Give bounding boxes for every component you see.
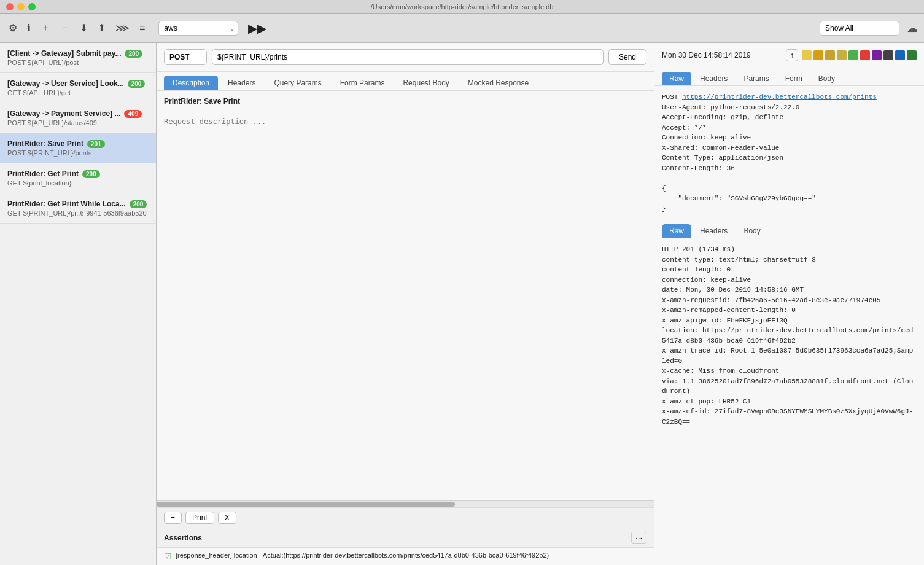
status-badge-2: 409 — [124, 110, 142, 118]
tab-query-params[interactable]: Query Params — [265, 76, 330, 90]
collapse-button[interactable]: ⋙ — [113, 20, 132, 36]
color-swatch-8[interactable] — [895, 50, 905, 60]
color-swatch-2[interactable] — [825, 50, 835, 60]
color-swatch-1[interactable] — [813, 50, 823, 60]
color-swatch-9[interactable] — [907, 50, 917, 60]
status-badge-0: 200 — [125, 50, 142, 58]
request-url-link[interactable]: https://printrider-dev.bettercallbots.co… — [682, 93, 877, 101]
response-body-tab-body[interactable]: Body — [736, 224, 767, 238]
minimize-button[interactable] — [17, 3, 25, 10]
window-title: /Users/nmn/workspace/http-rider/sample/h… — [371, 3, 554, 10]
menu-button[interactable]: ≡ — [137, 20, 147, 36]
sidebar-item-5[interactable]: PrintRider: Get Print While Loca... 200 … — [0, 193, 156, 224]
status-badge-1: 200 — [128, 80, 146, 88]
response-body-content: HTTP 201 (1734 ms) content-type: text/ht… — [662, 246, 913, 426]
response-header: Mon 30 Dec 14:58:14 2019 ↑ — [654, 43, 924, 68]
status-badge-3: 201 — [87, 140, 105, 148]
assertions-title: Assertions — [164, 534, 202, 542]
request-bar: POST GET PUT DELETE PATCH Send — [157, 43, 654, 72]
horizontal-scrollbar[interactable] — [157, 500, 654, 507]
sidebar-item-3[interactable]: PrintRider: Save Print 201 POST ${PRINT_… — [0, 133, 156, 163]
show-all-select[interactable]: Show All — [820, 21, 899, 36]
color-swatch-3[interactable] — [837, 50, 847, 60]
show-all-wrapper: Show All ☁ — [820, 21, 918, 36]
response-tab-body[interactable]: Body — [811, 72, 842, 85]
response-request-tabs-bar: Raw Headers Params Form Body — [654, 68, 924, 86]
color-swatch-0[interactable] — [802, 50, 812, 60]
request-tabs-bar: Description Headers Query Params Form Pa… — [157, 72, 654, 91]
response-body-tab-raw[interactable]: Raw — [662, 224, 691, 238]
assertion-check-icon: ☑ — [164, 551, 172, 561]
tab-description[interactable]: Description — [164, 76, 218, 90]
color-swatch-5[interactable] — [860, 50, 870, 60]
sidebar-item-sub-4: GET ${print_location} — [7, 179, 149, 187]
add-item-button[interactable]: + — [164, 512, 182, 524]
color-swatches — [802, 50, 917, 60]
assertions-section: Assertions ··· ☑ [response_header] locat… — [157, 528, 654, 565]
color-swatch-6[interactable] — [872, 50, 882, 60]
sidebar-item-4[interactable]: PrintRider: Get Print 200 GET ${print_lo… — [0, 163, 156, 193]
sidebar-item-title-5: PrintRider: Get Print While Loca... 200 — [7, 200, 149, 208]
description-title: PrintRider: Save Print — [157, 91, 654, 112]
color-swatch-4[interactable] — [848, 50, 858, 60]
export-button[interactable]: ↑ — [786, 49, 798, 61]
main-layout: [Client -> Gateway] Submit pay... 200 PO… — [0, 43, 924, 565]
response-body-tabs-bar: Raw Headers Body — [654, 220, 924, 238]
download-button[interactable]: ⬇ — [77, 20, 90, 36]
scrollbar-thumb — [157, 502, 455, 507]
send-button[interactable]: Send — [608, 49, 646, 65]
sidebar-item-title-3: PrintRider: Save Print 201 — [7, 139, 149, 148]
tab-form-params[interactable]: Form Params — [332, 76, 394, 90]
remove-button[interactable]: － — [58, 19, 72, 37]
right-panel: Mon 30 Dec 14:58:14 2019 ↑ R — [654, 43, 924, 565]
sidebar-item-title-2: [Gateway -> Payment Service] ... 409 — [7, 109, 149, 118]
center-content: PrintRider: Save Print — [157, 91, 654, 500]
assertion-text-0: [response_header] location - Actual:(htt… — [176, 551, 549, 559]
response-tab-raw[interactable]: Raw — [662, 72, 691, 85]
response-tab-params[interactable]: Params — [736, 72, 776, 85]
url-input[interactable] — [212, 49, 604, 65]
sidebar-item-title-0: [Client -> Gateway] Submit pay... 200 — [7, 49, 149, 58]
close-item-button[interactable]: X — [218, 512, 236, 524]
status-badge-4: 200 — [82, 170, 100, 178]
description-textarea[interactable] — [157, 112, 654, 500]
tab-mocked-response[interactable]: Mocked Response — [459, 76, 537, 90]
env-select[interactable]: aws — [158, 21, 238, 36]
traffic-lights — [6, 3, 36, 10]
sidebar-item-title-1: [Gateway -> User Service] Look... 200 — [7, 79, 149, 88]
sidebar-item-sub-0: POST ${API_URL}/post — [7, 59, 149, 66]
env-select-wrapper: aws ⌄ — [158, 21, 238, 36]
sidebar-item-2[interactable]: [Gateway -> Payment Service] ... 409 POS… — [0, 103, 156, 133]
response-body-section: Raw Headers Body HTTP 201 (1734 ms) cont… — [654, 220, 924, 565]
request-method-label: POST — [662, 93, 682, 101]
assertions-header: Assertions ··· — [157, 528, 654, 548]
assertion-item-0: ☑ [response_header] location - Actual:(h… — [157, 548, 654, 565]
tab-request-body[interactable]: Request Body — [394, 76, 457, 90]
response-body-raw: HTTP 201 (1734 ms) content-type: text/ht… — [654, 238, 924, 565]
tab-headers[interactable]: Headers — [219, 76, 264, 90]
method-select[interactable]: POST GET PUT DELETE PATCH — [164, 49, 207, 65]
color-swatch-7[interactable] — [883, 50, 893, 60]
close-button[interactable] — [6, 3, 14, 10]
response-body-tab-headers[interactable]: Headers — [693, 224, 735, 238]
toolbar: ⚙ ℹ ＋ － ⬇ ⬆ ⋙ ≡ aws ⌄ ▶▶ Show All ☁ — [0, 14, 924, 43]
response-actions: ↑ — [786, 49, 917, 61]
sidebar-item-title-4: PrintRider: Get Print 200 — [7, 170, 149, 178]
status-badge-5: 200 — [130, 200, 147, 208]
settings-button[interactable]: ⚙ — [6, 20, 20, 36]
sidebar-item-sub-5: GET ${PRINT_URL}/pr..6-9941-5636f9aab520 — [7, 209, 149, 217]
info-button[interactable]: ℹ — [25, 20, 33, 36]
add-button[interactable]: ＋ — [38, 19, 53, 37]
response-tab-headers[interactable]: Headers — [693, 72, 735, 85]
assertions-menu-button[interactable]: ··· — [631, 532, 646, 544]
sidebar-item-0[interactable]: [Client -> Gateway] Submit pay... 200 PO… — [0, 43, 156, 73]
maximize-button[interactable] — [28, 3, 36, 10]
sidebar-item-1[interactable]: [Gateway -> User Service] Look... 200 GE… — [0, 73, 156, 103]
response-tab-form[interactable]: Form — [778, 72, 810, 85]
cloud-button[interactable]: ☁ — [907, 21, 918, 35]
center-panel: POST GET PUT DELETE PATCH Send Descripti… — [157, 43, 654, 565]
print-button[interactable]: Print — [185, 512, 214, 524]
upload-button[interactable]: ⬆ — [95, 20, 108, 36]
sidebar-item-sub-1: GET ${API_URL}/get — [7, 89, 149, 96]
run-all-button[interactable]: ▶▶ — [248, 21, 266, 36]
